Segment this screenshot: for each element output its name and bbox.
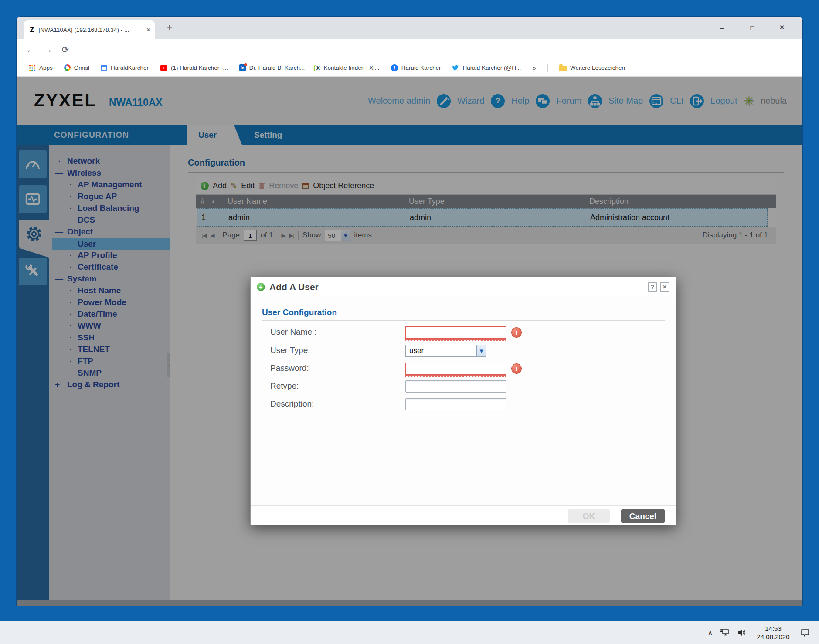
new-tab-button[interactable]: +	[163, 21, 176, 34]
user-name-label: User Name :	[270, 327, 392, 337]
dialog-title: Add A User	[269, 282, 319, 292]
retype-input[interactable]	[405, 380, 506, 393]
clock-time: 14:53	[753, 624, 793, 633]
back-icon[interactable]: ←	[24, 43, 37, 57]
tab-title: [NWA110AX] (192.168.178.34) - ...	[38, 27, 143, 33]
bookmark-haraldkarcher[interactable]: HaraldKarcher	[101, 64, 149, 71]
taskbar-clock[interactable]: 14:53 24.08.2020	[753, 624, 793, 641]
clock-date: 24.08.2020	[753, 633, 793, 641]
user-type-label: User Type:	[270, 346, 392, 355]
youtube-icon	[160, 65, 167, 71]
bookmark-label: Apps	[39, 64, 53, 71]
dialog-help-icon[interactable]: ?	[648, 282, 657, 292]
reload-icon[interactable]: ⟳	[58, 43, 72, 57]
dialog-close-icon[interactable]: ✕	[660, 282, 669, 292]
bookmark-youtube[interactable]: (1) Harald Karcher -...	[160, 64, 228, 71]
bookmark-xing[interactable]: (X Kontakte finden | Xl...	[316, 64, 379, 71]
user-type-select[interactable]: user ▾	[405, 345, 486, 357]
page-viewport: ZYXEL NWA110AX Welcome admin Wizard ? He…	[17, 77, 802, 606]
notification-center-icon[interactable]	[800, 628, 810, 637]
system-tray: ∧ 14:53 24.08.2020	[708, 621, 819, 644]
windows-taskbar: ∧ 14:53 24.08.2020	[0, 621, 819, 644]
bookmark-label: Weitere Lesezeichen	[570, 64, 625, 71]
dialog-titlebar[interactable]: + Add A User ? ✕	[251, 277, 676, 297]
address-bar: ← → ⟳ ! Nicht sicher 192.168.178.34/ext-…	[17, 39, 802, 59]
twitter-bird-icon	[452, 64, 459, 71]
website-window-icon	[101, 65, 107, 71]
ok-button[interactable]: OK	[568, 509, 610, 523]
bookmarks-bar: Apps Gmail HaraldKarcher (1) Harald Karc…	[17, 59, 802, 77]
password-input[interactable]	[405, 363, 506, 375]
dialog-footer: OK Cancel	[251, 505, 676, 525]
bookmark-label: Dr. Harald B. Karch...	[249, 64, 305, 71]
cancel-button[interactable]: Cancel	[621, 509, 665, 523]
user-type-value: user	[409, 345, 424, 356]
chevron-down-icon[interactable]: ▾	[476, 345, 486, 356]
bookmark-label: Kontakte finden | Xl...	[324, 64, 380, 71]
close-window-button[interactable]: ✕	[769, 17, 795, 38]
password-label: Password:	[270, 363, 392, 373]
apps-grid-icon	[29, 64, 36, 71]
facebook-icon: f	[391, 64, 398, 71]
user-name-error-icon: !	[511, 327, 522, 338]
description-label: Description:	[270, 399, 392, 409]
network-icon[interactable]	[719, 628, 730, 637]
bookmark-label: Harald Karcher (@H...	[462, 64, 521, 71]
retype-label: Retype:	[270, 381, 392, 391]
password-error-icon: !	[511, 363, 522, 374]
bookmark-linkedin[interactable]: in Dr. Harald B. Karch...	[239, 64, 305, 71]
browser-tab[interactable]: Z [NWA110AX] (192.168.178.34) - ... ✕	[24, 20, 155, 39]
bookmark-label: Gmail	[74, 64, 89, 71]
bookmark-twitter[interactable]: Harald Karcher (@H...	[452, 64, 521, 71]
minimize-button[interactable]: –	[709, 17, 734, 38]
section-divider	[262, 320, 665, 321]
speaker-icon[interactable]	[736, 628, 747, 637]
maximize-button[interactable]: □	[740, 17, 765, 38]
tab-close-icon[interactable]: ✕	[146, 27, 151, 33]
bookmark-apps[interactable]: Apps	[29, 64, 53, 71]
xing-icon: (X	[316, 64, 320, 71]
bookmarks-divider	[547, 64, 548, 72]
bookmarks-overflow-icon[interactable]: »	[532, 64, 536, 72]
user-name-error-underline	[405, 339, 506, 341]
description-input[interactable]	[405, 398, 506, 410]
add-user-dialog: + Add A User ? ✕ User Configuration User…	[250, 277, 676, 525]
tray-expand-icon[interactable]: ∧	[708, 629, 713, 637]
bookmark-label: (1) Harald Karcher -...	[171, 64, 228, 71]
bookmark-label: Harald Karcher	[401, 64, 441, 71]
password-error-underline	[405, 375, 506, 377]
add-user-icon: +	[257, 283, 265, 291]
forward-icon[interactable]: →	[41, 43, 55, 57]
browser-window: Z [NWA110AX] (192.168.178.34) - ... ✕ + …	[17, 17, 802, 606]
tab-strip: Z [NWA110AX] (192.168.178.34) - ... ✕ + …	[17, 17, 802, 39]
bookmark-label: HaraldKarcher	[111, 64, 149, 71]
linkedin-icon: in	[239, 64, 246, 71]
bookmark-gmail[interactable]: Gmail	[64, 64, 89, 71]
google-g-icon	[64, 64, 71, 71]
favicon-z: Z	[30, 26, 34, 34]
bookmark-other-bookmarks[interactable]: Weitere Lesezeichen	[559, 64, 625, 71]
bookmark-facebook[interactable]: f Harald Karcher	[391, 64, 441, 71]
user-configuration-section-title: User Configuration	[262, 308, 337, 317]
folder-icon	[559, 66, 567, 71]
user-name-input[interactable]	[405, 326, 506, 339]
